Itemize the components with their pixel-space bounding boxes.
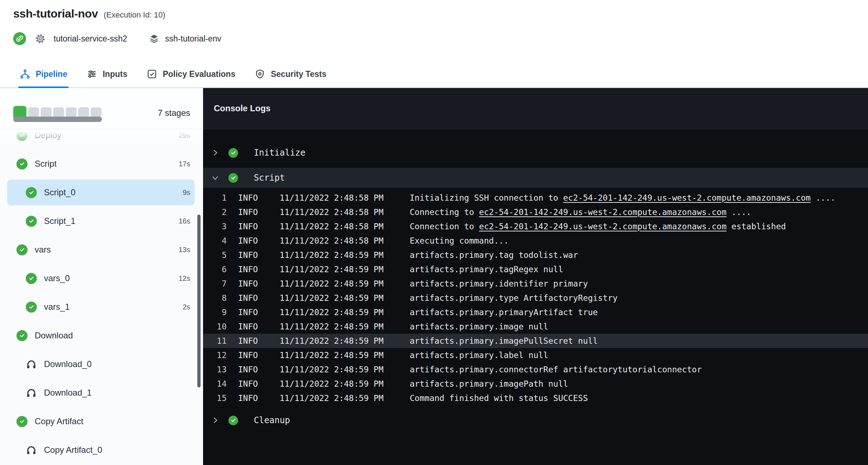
tab-bar: PipelineInputsPolicy EvaluationsSecurity… xyxy=(0,61,868,88)
stage-duration: 13s xyxy=(179,246,190,254)
stage-row-script[interactable]: Script17s xyxy=(0,150,203,178)
tab-security-tests[interactable]: Security Tests xyxy=(255,61,326,87)
stage-row-copy-artifact[interactable]: Copy Artifact xyxy=(0,407,203,436)
log-message: Command finished with status SUCCESS xyxy=(410,393,588,403)
environment-icon xyxy=(149,33,159,44)
success-check-icon xyxy=(228,416,238,425)
step-icon xyxy=(26,359,37,370)
log-timestamp: 11/11/2022 2:48:59 PM xyxy=(280,308,384,317)
success-check-icon xyxy=(16,130,28,141)
tab-policy-evaluations[interactable]: Policy Evaluations xyxy=(147,61,235,87)
log-message: artifacts.primary.primaryArtifact true xyxy=(410,308,598,317)
step-row-copy-artifact-0[interactable]: Copy Artifact_0 xyxy=(0,436,203,464)
horizontal-scrollbar-thumb[interactable] xyxy=(13,117,102,122)
log-level: INFO xyxy=(238,308,258,317)
log-line-13: 13INFO11/11/2022 2:48:59 PMartifacts.pri… xyxy=(203,362,868,377)
log-line-number: 2 xyxy=(203,207,227,217)
log-line-5: 5INFO11/11/2022 2:48:59 PMartifacts.prim… xyxy=(203,248,868,262)
console-panel: Console Logs InitializeScript1INFO11/11/… xyxy=(203,88,868,465)
service-name[interactable]: tutorial-service-ssh2 xyxy=(54,34,127,44)
log-message: artifacts.primary.type ArtifactoryRegist… xyxy=(410,293,618,303)
tab-inputs[interactable]: Inputs xyxy=(87,61,127,87)
log-level: INFO xyxy=(238,365,258,374)
log-rows: 1INFO11/11/2022 2:48:58 PMInitializing S… xyxy=(203,191,868,405)
log-line-number: 14 xyxy=(203,379,227,388)
log-timestamp: 11/11/2022 2:48:59 PM xyxy=(280,365,384,374)
stage-duration: 2s xyxy=(183,303,190,311)
success-check-icon xyxy=(16,158,28,170)
stage-label: Download_1 xyxy=(44,388,92,398)
log-message: artifacts.primary.tagRegex null xyxy=(410,265,563,274)
environment-name[interactable]: ssh-tutorial-env xyxy=(165,34,221,44)
log-timestamp: 11/11/2022 2:48:59 PM xyxy=(280,351,384,360)
log-section-cleanup[interactable]: Cleanup xyxy=(203,410,868,430)
stage-label: Script_0 xyxy=(44,187,75,197)
log-timestamp: 11/11/2022 2:48:59 PM xyxy=(280,250,384,260)
tab-pipeline[interactable]: Pipeline xyxy=(20,61,67,87)
success-check-icon xyxy=(16,416,28,427)
log-line-number: 10 xyxy=(203,322,227,331)
stage-row-download[interactable]: Download xyxy=(0,321,203,350)
inputs-icon xyxy=(87,69,97,79)
log-message: artifacts.primary.identifier primary xyxy=(410,279,588,288)
console-body: InitializeScript1INFO11/11/2022 2:48:58 … xyxy=(203,129,868,430)
log-line-2: 2INFO11/11/2022 2:48:58 PMConnecting to … xyxy=(203,205,868,219)
step-row-vars-0[interactable]: vars_012s xyxy=(0,264,203,293)
stage-progress-square xyxy=(91,107,102,118)
log-level: INFO xyxy=(238,322,258,331)
tab-label: Inputs xyxy=(103,69,127,79)
chevron-right-icon[interactable] xyxy=(211,149,220,157)
log-level: INFO xyxy=(238,351,258,360)
execution-id: (Execution Id: 10) xyxy=(104,10,165,20)
log-line-number: 1 xyxy=(203,193,227,202)
stage-progress-square xyxy=(78,107,89,118)
stage-label: vars_0 xyxy=(44,273,70,283)
log-line-7: 7INFO11/11/2022 2:48:59 PMartifacts.prim… xyxy=(203,276,868,291)
gear-icon[interactable] xyxy=(35,33,46,44)
vertical-scrollbar-thumb[interactable] xyxy=(197,215,201,387)
log-level: INFO xyxy=(238,379,258,388)
log-line-1: 1INFO11/11/2022 2:48:58 PMInitializing S… xyxy=(203,191,868,205)
title-row: ssh-tutorial-nov (Execution Id: 10) xyxy=(13,7,165,20)
log-link[interactable]: ec2-54-201-142-249.us-west-2.compute.ama… xyxy=(563,193,810,202)
log-line-6: 6INFO11/11/2022 2:48:59 PMartifacts.prim… xyxy=(203,262,868,276)
log-line-number: 13 xyxy=(203,365,227,374)
step-row-download-0[interactable]: Download_0 xyxy=(0,350,203,378)
stage-label: Script xyxy=(35,159,56,169)
log-link[interactable]: ec2-54-201-142-249.us-west-2.compute.ama… xyxy=(479,207,726,217)
step-row-script-0[interactable]: Script_09s xyxy=(0,178,203,207)
step-row-download-1[interactable]: Download_1 xyxy=(0,378,203,407)
console-header: Console Logs xyxy=(203,88,868,129)
chevron-down-icon[interactable] xyxy=(211,174,220,182)
stage-row-vars[interactable]: vars13s xyxy=(0,235,203,264)
log-line-9: 9INFO11/11/2022 2:48:59 PMartifacts.prim… xyxy=(203,305,868,319)
stage-label: Copy Artifact xyxy=(35,416,83,426)
log-message: Connection to ec2-54-201-142-249.us-west… xyxy=(410,222,786,231)
log-timestamp: 11/11/2022 2:48:59 PM xyxy=(280,265,384,274)
log-link[interactable]: ec2-54-201-142-249.us-west-2.compute.ama… xyxy=(479,222,726,231)
log-timestamp: 11/11/2022 2:48:59 PM xyxy=(280,293,384,303)
log-section-script[interactable]: Script xyxy=(203,168,868,188)
log-level: INFO xyxy=(238,250,258,260)
step-row-vars-1[interactable]: vars_12s xyxy=(0,293,203,321)
log-timestamp: 11/11/2022 2:48:59 PM xyxy=(280,322,384,331)
log-section-initialize[interactable]: Initialize xyxy=(203,143,868,163)
policy-evaluations-icon xyxy=(147,69,157,79)
step-row-script-1[interactable]: Script_116s xyxy=(0,207,203,235)
chevron-right-icon[interactable] xyxy=(211,416,220,424)
meta-row: tutorial-service-ssh2 ssh-tutorial-env xyxy=(13,31,221,46)
log-level: INFO xyxy=(238,222,258,231)
log-line-number: 15 xyxy=(203,393,227,403)
log-line-number: 8 xyxy=(203,293,227,303)
stage-label: vars_1 xyxy=(44,302,70,312)
stage-duration: 9s xyxy=(183,189,190,197)
stage-duration: 29s xyxy=(179,131,190,140)
log-level: INFO xyxy=(238,279,258,288)
stage-label: Script_1 xyxy=(44,216,75,226)
success-check-icon xyxy=(16,244,28,255)
pipeline-icon xyxy=(20,69,30,79)
stages-count-label: 7 stages xyxy=(158,108,190,118)
log-level: INFO xyxy=(238,393,258,403)
log-timestamp: 11/11/2022 2:48:58 PM xyxy=(280,236,384,245)
log-line-number: 3 xyxy=(203,222,227,231)
